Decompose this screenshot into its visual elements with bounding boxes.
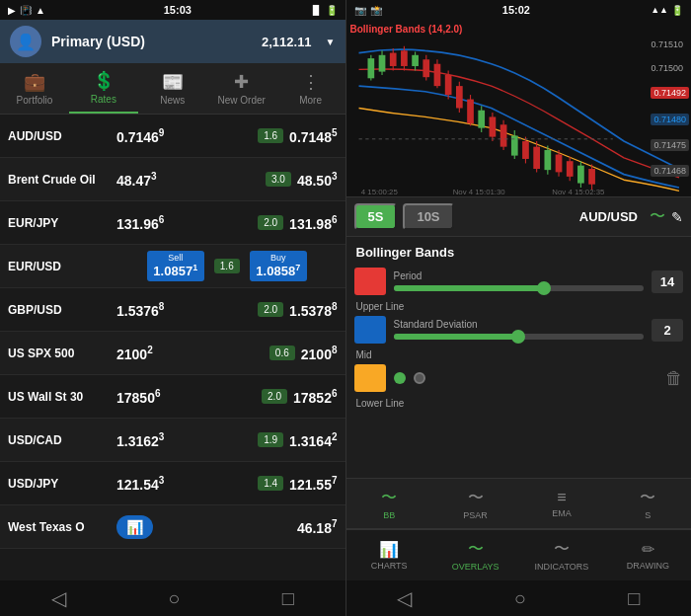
table-row[interactable]: USD/CAD 1.31623 1.9 1.31642: [0, 419, 346, 462]
nav-portfolio[interactable]: 💼 Portfolio: [0, 63, 69, 114]
new-order-icon: ✚: [234, 71, 249, 93]
toggle-dot-inactive[interactable]: [414, 372, 425, 384]
spread-badge: 2.0: [258, 302, 283, 317]
tab-drawing-label: DRAWING: [627, 561, 669, 571]
svg-text:Nov 4 15:02:35: Nov 4 15:02:35: [552, 188, 605, 196]
pair-name: US SPX 500: [8, 346, 116, 360]
table-row[interactable]: EUR/USD Sell 1.08571 1.6 Buy 1.08587: [0, 245, 346, 288]
chart-area: Bollinger Bands (14,2.0): [346, 20, 692, 197]
nav-new-order[interactable]: ✚ New Order: [207, 63, 276, 114]
svg-text:4 15:00:25: 4 15:00:25: [360, 188, 398, 196]
table-row[interactable]: Brent Crude Oil 48.473 3.0 48.503: [0, 158, 346, 201]
pair-name: EUR/JPY: [8, 216, 116, 230]
table-row[interactable]: EUR/JPY 131.966 2.0 131.986: [0, 201, 346, 245]
ask-price: 48.503: [297, 171, 338, 189]
back-button-right[interactable]: ◁: [397, 586, 412, 610]
lower-line-color-swatch[interactable]: [354, 364, 386, 392]
bid-price: 21002: [116, 345, 264, 362]
account-dropdown-arrow[interactable]: ▼: [326, 37, 336, 47]
waveform-icon: 〜: [650, 206, 665, 227]
upper-line-row: Period 14: [346, 264, 692, 299]
table-row[interactable]: West Texas O 📊 46.187: [0, 505, 346, 549]
period-label: Period: [394, 270, 645, 281]
tab-drawing[interactable]: ✏ DRAWING: [605, 530, 691, 580]
buy-button[interactable]: Buy 1.08587: [250, 251, 307, 280]
right-status-icons: ▐▌ 🔋: [310, 5, 338, 16]
bid-price: 178506: [116, 388, 256, 406]
nav-news[interactable]: 📰 News: [138, 63, 207, 114]
home-button[interactable]: ○: [168, 587, 180, 610]
signal-icon: ▶: [8, 5, 16, 16]
tab-bb[interactable]: 〜 BB: [346, 479, 432, 528]
ask-price: 46.187: [297, 518, 338, 536]
timeframe-bar: 5S 10S AUD/USD 〜 ✎: [346, 197, 692, 237]
spread-badge: 1.6: [258, 128, 283, 143]
bar-chart-indicator: 📊: [116, 515, 153, 539]
ask-price: 1.31642: [289, 431, 337, 449]
pair-name: USD/CAD: [8, 433, 116, 447]
bid-price: 121.543: [116, 475, 252, 493]
price-levels: 0.71510 0.71500 0.71492 0.71480 0.71475 …: [651, 20, 689, 196]
battery-icon: 🔋: [326, 5, 338, 16]
tab-indicators[interactable]: 〜 INDICATORS: [518, 530, 604, 580]
chart-title: Bollinger Bands (14,2.0): [350, 24, 463, 35]
chart-pair-label: AUD/USD: [579, 209, 638, 224]
bar-chart-icon: 📊: [126, 519, 143, 535]
delete-button[interactable]: 🗑: [665, 368, 683, 389]
stddev-slider-thumb[interactable]: [511, 330, 525, 344]
timeframe-5s-button[interactable]: 5S: [354, 203, 398, 230]
table-row[interactable]: GBP/USD 1.53768 2.0 1.53788: [0, 288, 346, 332]
sell-price: 1.08571: [153, 263, 198, 278]
nav-portfolio-label: Portfolio: [17, 95, 53, 106]
vibrate-icon: 📳: [20, 5, 32, 16]
home-button-right[interactable]: ○: [514, 587, 526, 610]
timeframe-10s-button[interactable]: 10S: [403, 203, 453, 230]
ema-icon: ≡: [557, 489, 566, 506]
price-level-low: 0.71468: [651, 165, 689, 177]
tab-charts[interactable]: 📊 CHARTS: [346, 530, 432, 580]
mid-line-color-swatch[interactable]: [354, 316, 386, 344]
psar-icon: 〜: [468, 488, 484, 508]
nav-more[interactable]: ⋮ More: [276, 63, 346, 114]
ask-price: 0.71485: [289, 127, 337, 145]
status-bar-right: 📷 📸 15:02 ▲▲ 🔋: [346, 0, 692, 20]
bid-price: 131.966: [116, 214, 252, 232]
pair-name: US Wall St 30: [8, 390, 116, 404]
tab-overlays[interactable]: 〜 OVERLAYS: [432, 530, 518, 580]
tab-psar[interactable]: 〜 PSAR: [432, 479, 518, 528]
s-icon: 〜: [640, 488, 655, 508]
buy-price: 1.08587: [256, 263, 301, 278]
lower-line-row: 🗑: [346, 360, 692, 396]
upper-line-label: Upper Line: [346, 301, 692, 312]
period-slider-fill: [394, 285, 544, 291]
toggle-dot-active[interactable]: [394, 372, 406, 384]
back-button[interactable]: ◁: [51, 586, 66, 610]
tab-s[interactable]: 〜 S: [605, 479, 691, 528]
bb-icon: 〜: [381, 488, 397, 508]
table-row[interactable]: US SPX 500 21002 0.6 21008: [0, 332, 346, 375]
spread-badge: 1.4: [258, 476, 283, 491]
upper-line-color-swatch[interactable]: [354, 268, 386, 295]
edit-icon[interactable]: ✎: [671, 209, 683, 225]
sell-button[interactable]: Sell 1.08571: [147, 251, 204, 280]
period-slider-track[interactable]: [394, 285, 645, 291]
table-row[interactable]: USD/JPY 121.543 1.4 121.557: [0, 462, 346, 505]
nav-rates[interactable]: 💲 Rates: [69, 63, 138, 114]
tab-ema[interactable]: ≡ EMA: [518, 479, 604, 528]
left-status-icons: ▶ 📳 ▲: [8, 5, 45, 16]
avatar: 👤: [10, 26, 41, 57]
tab-bb-label: BB: [383, 510, 395, 520]
spread-badge: 2.0: [262, 389, 287, 404]
stddev-slider-track[interactable]: [394, 334, 645, 340]
period-slider-thumb[interactable]: [537, 281, 551, 295]
section-title: Bollinger Bands: [346, 237, 692, 264]
recents-button[interactable]: □: [282, 587, 294, 610]
status-bar-left: ▶ 📳 ▲ 15:03 ▐▌ 🔋: [0, 0, 346, 20]
news-icon: 📰: [162, 71, 184, 93]
table-row[interactable]: US Wall St 30 178506 2.0 178526: [0, 375, 346, 419]
stddev-label: Standard Deviation: [394, 319, 645, 330]
table-row[interactable]: AUD/USD 0.71469 1.6 0.71485: [0, 115, 346, 158]
spread-badge: 3.0: [266, 172, 291, 187]
recents-button-right[interactable]: □: [628, 587, 640, 610]
stddev-value: 2: [652, 319, 683, 342]
